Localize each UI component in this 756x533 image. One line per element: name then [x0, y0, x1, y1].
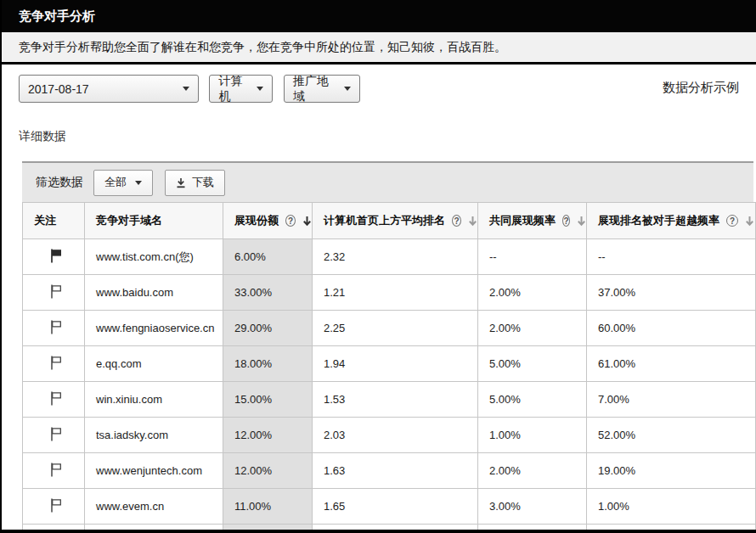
help-icon[interactable]: ? — [452, 215, 461, 227]
follow-cell — [23, 453, 85, 489]
sort-desc-icon[interactable] — [745, 216, 754, 227]
table-row: win.xiniu.com 15.00% 1.53 5.00% 7.00% — [23, 382, 756, 418]
col-header-label: 共同展现频率 — [489, 213, 556, 228]
flag-filled-icon[interactable] — [48, 254, 64, 266]
help-icon[interactable]: ? — [285, 215, 296, 227]
flag-outline-icon[interactable] — [48, 361, 64, 373]
domain-cell: e.qq.com — [85, 346, 223, 382]
share-cell: 29.00% — [223, 311, 313, 346]
share-cell: 15.00% — [223, 382, 313, 418]
flag-outline-icon[interactable] — [48, 468, 64, 480]
flag-outline-icon[interactable] — [48, 503, 64, 516]
col-header-surpassed: 展现排名被对手超越频率 ? — [587, 203, 756, 239]
filters-row: 2017-08-17 计算机 推广地域 数据分析示例 — [19, 75, 739, 104]
chevron-down-icon — [135, 181, 142, 185]
col-header-co-impression: 共同展现频率 ? — [478, 203, 587, 239]
avg-rank-cell: 1.65 — [313, 489, 478, 525]
table-row: www.wenjuntech.com 12.00% 1.63 2.00% 19.… — [23, 453, 756, 489]
co-freq-cell: 5.00% — [478, 346, 587, 382]
table-row: e.qq.com 18.00% 1.94 5.00% 61.00% — [23, 346, 756, 382]
chevron-down-icon — [183, 87, 189, 91]
share-cell: 33.00% — [223, 275, 313, 311]
share-cell: 18.00% — [223, 346, 313, 382]
download-icon — [176, 177, 186, 188]
filter-scope-dropdown[interactable]: 全部 — [93, 170, 153, 196]
data-analysis-example-link[interactable]: 数据分析示例 — [663, 80, 739, 96]
surpass-freq-cell — [587, 525, 756, 533]
avg-rank-cell: 1.21 — [313, 275, 478, 311]
col-header-label: 关注 — [34, 214, 56, 227]
share-cell: 12.00% — [223, 453, 313, 489]
avg-rank-cell: 2.25 — [313, 311, 478, 346]
competitor-table: 关注 竞争对手域名 展现份额 ? 计算机首页上方平均 — [22, 202, 756, 533]
table-row-partial — [23, 525, 756, 533]
surpass-freq-cell: 1.00% — [587, 489, 756, 525]
follow-cell — [23, 311, 85, 346]
sort-desc-icon-active[interactable] — [302, 216, 312, 227]
follow-cell — [23, 418, 85, 453]
co-freq-cell: 1.00% — [478, 418, 587, 453]
surpass-freq-cell: 52.00% — [587, 418, 756, 453]
avg-rank-cell: 2.32 — [313, 239, 478, 275]
chevron-down-icon — [257, 87, 263, 91]
date-dropdown-value: 2017-08-17 — [28, 82, 89, 96]
page-title: 竞争对手分析 — [19, 8, 95, 23]
download-label: 下载 — [192, 175, 214, 190]
share-cell: 12.00% — [223, 418, 313, 453]
follow-cell — [23, 525, 85, 533]
col-header-label: 竞争对手域名 — [96, 214, 162, 227]
col-header-domain: 竞争对手域名 — [85, 203, 223, 239]
col-header-label: 展现排名被对手超越频率 — [598, 213, 719, 228]
help-icon[interactable]: ? — [562, 215, 570, 227]
domain-cell: www.baidu.com — [85, 275, 223, 311]
domain-cell: www.wenjuntech.com — [85, 453, 223, 489]
surpass-freq-cell: 19.00% — [587, 453, 756, 489]
co-freq-cell — [478, 525, 587, 533]
flag-outline-icon[interactable] — [48, 289, 64, 302]
avg-rank-cell — [313, 525, 478, 533]
co-freq-cell: 2.00% — [478, 275, 587, 311]
domain-cell — [85, 525, 223, 533]
domain-cell: win.xiniu.com — [85, 382, 223, 418]
section-title: 详细数据 — [19, 129, 756, 146]
title-bar: 竞争对手分析 — [2, 0, 756, 32]
flag-outline-icon[interactable] — [48, 325, 64, 338]
surpass-freq-cell: 60.00% — [587, 311, 756, 346]
col-header-impression-share: 展现份额 ? — [223, 203, 313, 239]
share-cell: 11.00% — [223, 489, 313, 525]
co-freq-cell: 2.00% — [478, 453, 587, 489]
sort-desc-icon[interactable] — [577, 216, 586, 227]
follow-cell — [23, 275, 85, 311]
avg-rank-cell: 1.53 — [313, 382, 478, 418]
col-header-label: 展现份额 — [234, 213, 279, 228]
filter-data-label: 筛选数据 — [36, 175, 83, 190]
device-dropdown[interactable]: 计算机 — [209, 75, 273, 103]
device-dropdown-value: 计算机 — [218, 74, 250, 104]
download-button[interactable]: 下载 — [165, 170, 225, 196]
table-row: www.tist.com.cn(您) 6.00% 2.32 -- -- — [23, 239, 756, 275]
competitor-analysis-page: 竞争对手分析 竞争对手分析帮助您全面了解谁在和您竞争，您在竞争中所处的位置，知己… — [0, 0, 756, 533]
co-freq-cell: 3.00% — [478, 489, 587, 525]
table-row: tsa.iadsky.com 12.00% 2.03 1.00% 52.00% — [23, 418, 756, 453]
surpass-freq-cell: 37.00% — [587, 275, 756, 311]
table-toolbar: 筛选数据 全部 下载 — [22, 161, 753, 202]
domain-cell: www.fengniaoservice.cn — [85, 311, 223, 346]
flag-outline-icon[interactable] — [48, 432, 64, 445]
follow-cell — [23, 489, 85, 525]
flag-outline-icon[interactable] — [48, 396, 64, 409]
sort-desc-icon[interactable] — [468, 216, 477, 227]
chevron-down-icon — [344, 87, 351, 91]
help-icon[interactable]: ? — [726, 215, 738, 227]
region-dropdown[interactable]: 推广地域 — [284, 75, 360, 103]
date-dropdown[interactable]: 2017-08-17 — [19, 75, 199, 103]
table-row: www.evem.cn 11.00% 1.65 3.00% 1.00% — [23, 489, 756, 525]
surpass-freq-cell: 61.00% — [587, 346, 756, 382]
follow-cell — [23, 382, 85, 418]
co-freq-cell: 5.00% — [478, 382, 587, 418]
description-bar: 竞争对手分析帮助您全面了解谁在和您竞争，您在竞争中所处的位置，知己知彼，百战百胜… — [2, 32, 756, 65]
avg-rank-cell: 1.94 — [313, 346, 478, 382]
table-header-row: 关注 竞争对手域名 展现份额 ? 计算机首页上方平均 — [23, 203, 756, 239]
co-freq-cell: -- — [478, 239, 587, 275]
region-dropdown-value: 推广地域 — [293, 74, 337, 104]
follow-cell — [23, 239, 85, 275]
